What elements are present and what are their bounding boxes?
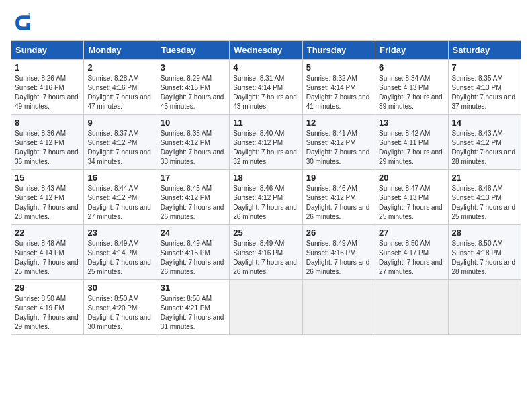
calendar-cell: 14 Sunrise: 8:43 AMSunset: 4:12 PMDaylig…	[448, 115, 521, 170]
day-number: 16	[87, 173, 152, 183]
day-info: Sunrise: 8:45 AMSunset: 4:12 PMDaylight:…	[161, 184, 226, 222]
day-info: Sunrise: 8:50 AMSunset: 4:19 PMDaylight:…	[15, 294, 80, 332]
day-number: 21	[452, 173, 517, 183]
day-info: Sunrise: 8:49 AMSunset: 4:16 PMDaylight:…	[233, 239, 298, 277]
calendar-week-row: 22 Sunrise: 8:48 AMSunset: 4:14 PMDaylig…	[11, 225, 521, 280]
day-info: Sunrise: 8:42 AMSunset: 4:11 PMDaylight:…	[379, 129, 444, 167]
day-info: Sunrise: 8:50 AMSunset: 4:21 PMDaylight:…	[161, 294, 226, 332]
calendar-cell: 7 Sunrise: 8:35 AMSunset: 4:13 PMDayligh…	[448, 60, 521, 115]
calendar-body: 1 Sunrise: 8:26 AMSunset: 4:16 PMDayligh…	[11, 60, 521, 335]
day-number: 11	[233, 118, 298, 128]
day-number: 20	[379, 173, 444, 183]
calendar-week-row: 29 Sunrise: 8:50 AMSunset: 4:19 PMDaylig…	[11, 280, 521, 335]
calendar-cell: 3 Sunrise: 8:29 AMSunset: 4:15 PMDayligh…	[157, 60, 229, 115]
day-info: Sunrise: 8:32 AMSunset: 4:14 PMDaylight:…	[306, 74, 371, 111]
header	[11, 11, 521, 35]
day-info: Sunrise: 8:50 AMSunset: 4:17 PMDaylight:…	[379, 239, 444, 277]
day-number: 31	[161, 283, 226, 293]
weekday-header: Thursday	[302, 41, 375, 60]
day-info: Sunrise: 8:46 AMSunset: 4:12 PMDaylight:…	[306, 184, 371, 222]
day-number: 17	[161, 173, 226, 183]
weekday-header: Monday	[84, 41, 157, 60]
calendar-cell: 8 Sunrise: 8:36 AMSunset: 4:12 PMDayligh…	[11, 115, 84, 170]
day-number: 25	[233, 228, 298, 238]
day-number: 23	[87, 228, 152, 238]
calendar-table: SundayMondayTuesdayWednesdayThursdayFrid…	[11, 40, 521, 335]
calendar-cell: 16 Sunrise: 8:44 AMSunset: 4:12 PMDaylig…	[84, 170, 157, 225]
calendar-cell: 2 Sunrise: 8:28 AMSunset: 4:16 PMDayligh…	[84, 60, 157, 115]
weekday-row: SundayMondayTuesdayWednesdayThursdayFrid…	[11, 41, 521, 60]
calendar-cell: 18 Sunrise: 8:46 AMSunset: 4:12 PMDaylig…	[230, 170, 302, 225]
day-info: Sunrise: 8:49 AMSunset: 4:15 PMDaylight:…	[161, 239, 226, 277]
day-number: 12	[306, 118, 371, 128]
weekday-header: Friday	[375, 41, 448, 60]
day-info: Sunrise: 8:29 AMSunset: 4:15 PMDaylight:…	[161, 74, 226, 111]
day-info: Sunrise: 8:47 AMSunset: 4:13 PMDaylight:…	[379, 184, 444, 222]
calendar-week-row: 15 Sunrise: 8:43 AMSunset: 4:12 PMDaylig…	[11, 170, 521, 225]
day-number: 7	[452, 62, 517, 73]
calendar-cell: 13 Sunrise: 8:42 AMSunset: 4:11 PMDaylig…	[375, 115, 448, 170]
weekday-header: Tuesday	[157, 41, 229, 60]
day-info: Sunrise: 8:43 AMSunset: 4:12 PMDaylight:…	[452, 129, 517, 167]
day-number: 5	[306, 62, 371, 73]
calendar-week-row: 1 Sunrise: 8:26 AMSunset: 4:16 PMDayligh…	[11, 60, 521, 115]
svg-rect-0	[11, 11, 35, 35]
calendar-cell: 6 Sunrise: 8:34 AMSunset: 4:13 PMDayligh…	[375, 60, 448, 115]
calendar-header: SundayMondayTuesdayWednesdayThursdayFrid…	[11, 41, 521, 60]
calendar-cell: 15 Sunrise: 8:43 AMSunset: 4:12 PMDaylig…	[11, 170, 84, 225]
day-number: 10	[161, 118, 226, 128]
day-number: 29	[15, 283, 80, 293]
day-number: 19	[306, 173, 371, 183]
day-number: 6	[379, 62, 444, 73]
calendar-cell: 31 Sunrise: 8:50 AMSunset: 4:21 PMDaylig…	[157, 280, 229, 335]
day-number: 28	[452, 228, 517, 238]
day-info: Sunrise: 8:48 AMSunset: 4:14 PMDaylight:…	[15, 239, 80, 277]
day-number: 4	[233, 62, 298, 73]
day-number: 1	[15, 62, 80, 73]
calendar-cell	[302, 280, 375, 335]
day-info: Sunrise: 8:44 AMSunset: 4:12 PMDaylight:…	[87, 184, 152, 222]
day-info: Sunrise: 8:46 AMSunset: 4:12 PMDaylight:…	[233, 184, 298, 222]
calendar-cell: 22 Sunrise: 8:48 AMSunset: 4:14 PMDaylig…	[11, 225, 84, 280]
day-number: 24	[161, 228, 226, 238]
day-info: Sunrise: 8:34 AMSunset: 4:13 PMDaylight:…	[379, 74, 444, 111]
day-number: 14	[452, 118, 517, 128]
calendar-cell: 29 Sunrise: 8:50 AMSunset: 4:19 PMDaylig…	[11, 280, 84, 335]
calendar-cell	[375, 280, 448, 335]
calendar-cell: 20 Sunrise: 8:47 AMSunset: 4:13 PMDaylig…	[375, 170, 448, 225]
calendar-cell: 5 Sunrise: 8:32 AMSunset: 4:14 PMDayligh…	[302, 60, 375, 115]
calendar-cell: 4 Sunrise: 8:31 AMSunset: 4:14 PMDayligh…	[230, 60, 302, 115]
calendar-cell: 19 Sunrise: 8:46 AMSunset: 4:12 PMDaylig…	[302, 170, 375, 225]
day-number: 30	[87, 283, 152, 293]
calendar-cell: 23 Sunrise: 8:49 AMSunset: 4:14 PMDaylig…	[84, 225, 157, 280]
day-number: 13	[379, 118, 444, 128]
calendar-cell: 10 Sunrise: 8:38 AMSunset: 4:12 PMDaylig…	[157, 115, 229, 170]
calendar-cell: 24 Sunrise: 8:49 AMSunset: 4:15 PMDaylig…	[157, 225, 229, 280]
day-number: 2	[87, 62, 152, 73]
day-info: Sunrise: 8:43 AMSunset: 4:12 PMDaylight:…	[15, 184, 80, 222]
day-info: Sunrise: 8:50 AMSunset: 4:20 PMDaylight:…	[87, 294, 152, 332]
calendar-cell: 25 Sunrise: 8:49 AMSunset: 4:16 PMDaylig…	[230, 225, 302, 280]
day-info: Sunrise: 8:26 AMSunset: 4:16 PMDaylight:…	[15, 74, 80, 111]
calendar-cell	[230, 280, 302, 335]
day-number: 15	[15, 173, 80, 183]
calendar-cell: 1 Sunrise: 8:26 AMSunset: 4:16 PMDayligh…	[11, 60, 84, 115]
day-info: Sunrise: 8:31 AMSunset: 4:14 PMDaylight:…	[233, 74, 298, 111]
calendar-cell: 12 Sunrise: 8:41 AMSunset: 4:12 PMDaylig…	[302, 115, 375, 170]
day-info: Sunrise: 8:37 AMSunset: 4:12 PMDaylight:…	[87, 129, 152, 167]
day-info: Sunrise: 8:38 AMSunset: 4:12 PMDaylight:…	[161, 129, 226, 167]
day-number: 26	[306, 228, 371, 238]
calendar-cell: 30 Sunrise: 8:50 AMSunset: 4:20 PMDaylig…	[84, 280, 157, 335]
calendar-cell: 27 Sunrise: 8:50 AMSunset: 4:17 PMDaylig…	[375, 225, 448, 280]
day-info: Sunrise: 8:36 AMSunset: 4:12 PMDaylight:…	[15, 129, 80, 167]
day-number: 18	[233, 173, 298, 183]
day-number: 3	[161, 62, 226, 73]
day-info: Sunrise: 8:50 AMSunset: 4:18 PMDaylight:…	[452, 239, 517, 277]
weekday-header: Saturday	[448, 41, 521, 60]
calendar-week-row: 8 Sunrise: 8:36 AMSunset: 4:12 PMDayligh…	[11, 115, 521, 170]
calendar-cell: 21 Sunrise: 8:48 AMSunset: 4:13 PMDaylig…	[448, 170, 521, 225]
logo	[11, 11, 38, 35]
calendar-cell: 11 Sunrise: 8:40 AMSunset: 4:12 PMDaylig…	[230, 115, 302, 170]
logo-icon	[11, 11, 35, 35]
day-number: 8	[15, 118, 80, 128]
